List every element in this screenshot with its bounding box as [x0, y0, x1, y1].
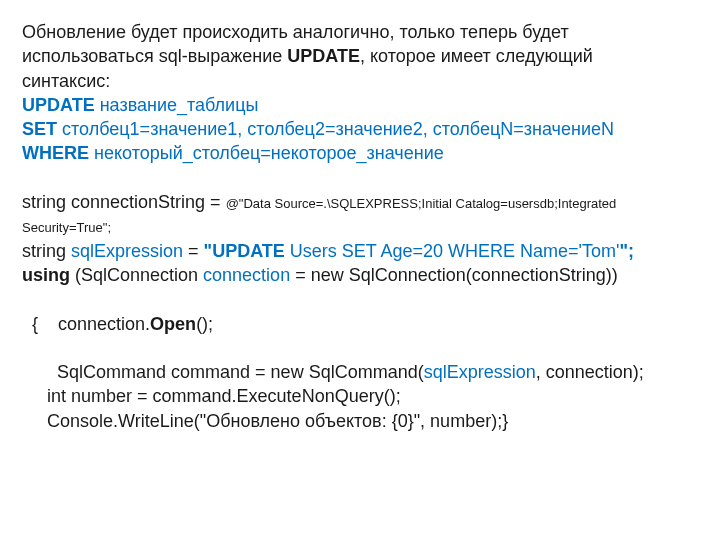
using-connection-var: connection [203, 265, 290, 285]
update-keyword-intro: UPDATE [287, 46, 360, 66]
code-command-line: SqlCommand command = new SqlCommand(sqlE… [22, 336, 698, 385]
code-writeline: Console.WriteLine("Обновлено объектов: {… [22, 409, 698, 433]
where-keyword: WHERE [22, 143, 89, 163]
code-number-line: int number = command.ExecuteNonQuery(); [22, 384, 698, 408]
cs-lead: string connectionString = [22, 192, 226, 212]
se-q2: "; [620, 241, 635, 261]
intro-text-2a: использоваться sql-выражение [22, 46, 287, 66]
open-parens: (); [196, 314, 213, 334]
blank-line [22, 166, 698, 190]
cmd-arg-var: sqlExpression [424, 362, 536, 382]
code-connection-string: string connectionString = @"Data Source=… [22, 190, 698, 239]
intro-line-2: использоваться sql-выражение UPDATE, кот… [22, 44, 698, 68]
update-args: название_таблицы [95, 95, 259, 115]
intro-line-1: Обновление будет происходить аналогично,… [22, 20, 698, 44]
brace-open: { connection. [32, 314, 150, 334]
using-right: = new SqlConnection(connectionString)) [290, 265, 618, 285]
se-rest: Users SET Age=20 WHERE Name='Tom' [285, 241, 620, 261]
update-keyword: UPDATE [22, 95, 95, 115]
open-method: Open [150, 314, 196, 334]
where-args: некоторый_столбец=некоторое_значение [89, 143, 444, 163]
se-lead: string [22, 241, 71, 261]
se-q1: " [204, 241, 213, 261]
cmd-right: , connection); [536, 362, 644, 382]
code-using-line: using (SqlConnection connection = new Sq… [22, 263, 698, 287]
intro-line-3: синтаксис: [22, 69, 698, 93]
code-sql-expression: string sqlExpression = "UPDATE Users SET… [22, 239, 698, 263]
se-eq: = [183, 241, 204, 261]
using-left: (SqlConnection [70, 265, 203, 285]
code-open-line: { connection.Open(); [22, 287, 698, 336]
syntax-where-line: WHERE некоторый_столбец=некоторое_значен… [22, 141, 698, 165]
syntax-update-line: UPDATE название_таблицы [22, 93, 698, 117]
using-keyword: using [22, 265, 70, 285]
intro-text-2c: , которое имеет следующий [360, 46, 593, 66]
se-update-kw: UPDATE [212, 241, 285, 261]
syntax-set-line: SET столбец1=значение1, столбец2=значени… [22, 117, 698, 141]
set-args: столбец1=значение1, столбец2=значение2, … [57, 119, 614, 139]
cmd-left: SqlCommand command = new SqlCommand( [32, 362, 424, 382]
se-var: sqlExpression [71, 241, 183, 261]
set-keyword: SET [22, 119, 57, 139]
